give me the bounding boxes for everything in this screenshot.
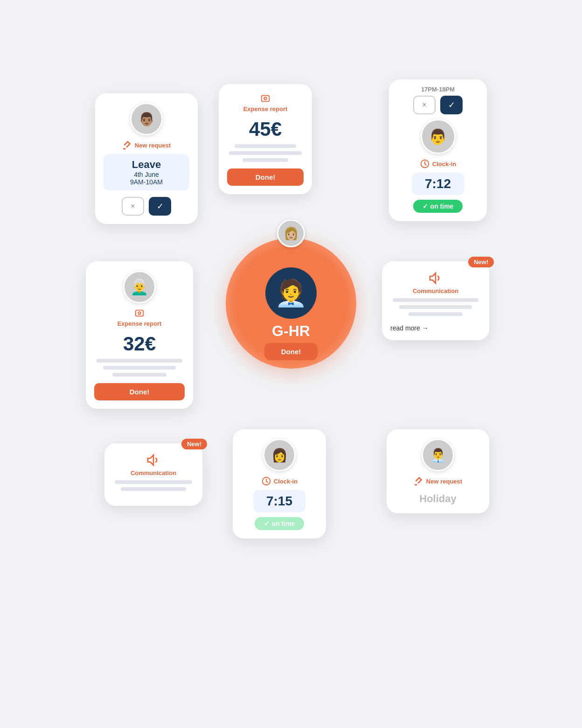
expense-icon — [260, 93, 270, 104]
avatar-ghr-top: 👩🏼 — [277, 219, 305, 247]
svg-rect-0 — [123, 148, 126, 149]
megaphone-icon-1 — [428, 271, 443, 286]
amount-1: 45€ — [249, 118, 282, 140]
line — [115, 480, 192, 484]
clock-time-1: 7:12 — [412, 173, 464, 195]
expense-icon-2 — [134, 308, 145, 318]
schedule-buttons: × ✓ — [397, 96, 478, 114]
line — [393, 298, 478, 302]
amount-2: 32€ — [123, 333, 156, 355]
new-badge-2: New! — [181, 439, 207, 449]
clockin-card-2: 👩 Clock-in 7:15 ✓ on time — [233, 429, 326, 539]
new-request-card-2: 👨‍💼 New request Holiday — [387, 429, 489, 513]
comm-lines-2 — [113, 480, 194, 491]
on-time-badge-2: ✓ on time — [255, 517, 305, 530]
confirm-button[interactable]: ✓ — [149, 197, 171, 216]
schedule-card: 17PM-18PM × ✓ 👨 Clock-in 7:12 ✓ on time — [389, 79, 487, 221]
hammer-icon-2 — [414, 476, 424, 486]
svg-point-5 — [138, 312, 141, 315]
on-time-badge-1: ✓ on time — [413, 200, 463, 213]
svg-rect-7 — [415, 484, 417, 485]
expense-label-1: Expense report — [243, 105, 288, 112]
leave-time: 9AM-10AM — [112, 178, 181, 186]
new-request-label: New request — [122, 140, 171, 150]
line — [103, 366, 175, 370]
content-lines — [227, 144, 304, 162]
communication-card-1: New! Communication read more → — [382, 261, 489, 340]
avatar-2: 👨 — [421, 119, 456, 154]
leave-request-card: 👨🏽 New request Leave 4th June 9AM-10AM ×… — [95, 93, 198, 224]
content-lines-2 — [94, 359, 185, 377]
leave-date: 4th June — [112, 171, 181, 178]
schedule-cancel-button[interactable]: × — [413, 96, 436, 114]
expense-report-card-1: Expense report 45€ Done! — [219, 84, 312, 194]
line — [121, 487, 186, 491]
clockin-label-2: Clock-in — [261, 476, 298, 486]
leave-title: Leave — [112, 159, 181, 171]
new-request-label-2: New request — [414, 476, 462, 486]
svg-rect-4 — [136, 310, 144, 316]
megaphone-icon-2 — [146, 453, 161, 468]
clockin-label-1: Clock-in — [420, 159, 456, 169]
line — [399, 305, 471, 309]
hammer-icon — [122, 140, 132, 150]
done-button-1[interactable]: Done! — [227, 168, 304, 186]
action-buttons: × ✓ — [104, 197, 189, 216]
new-badge-1: New! — [468, 257, 494, 267]
svg-point-2 — [264, 97, 267, 100]
avatar: 👨🏽 — [130, 103, 163, 135]
line — [242, 158, 288, 162]
avatar-4: 👩 — [263, 439, 296, 471]
ghr-label: G-HR — [272, 322, 310, 340]
svg-rect-1 — [262, 96, 270, 102]
line — [235, 144, 296, 148]
comm-lines-1 — [390, 298, 481, 316]
ghr-mascot: 🧑‍💼 — [265, 267, 317, 319]
expense-report-card-2: 👨‍🦳 Expense report 32€ Done! — [86, 261, 193, 409]
clock-icon-1 — [420, 159, 430, 169]
holiday-label: Holiday — [419, 493, 456, 505]
line — [229, 151, 302, 155]
avatar-5: 👨‍💼 — [422, 439, 454, 471]
clock-time-2: 7:15 — [253, 490, 305, 512]
clock-icon-2 — [261, 476, 271, 486]
ghr-done-button[interactable]: Done! — [264, 343, 318, 360]
expense-label-2: Expense report — [118, 320, 162, 327]
read-more-link[interactable]: read more → — [390, 324, 429, 332]
communication-card-2: New! Communication — [104, 443, 202, 506]
line — [97, 359, 182, 363]
schedule-confirm-button[interactable]: ✓ — [440, 96, 463, 114]
ghr-circle: 👩🏼 🧑‍💼 G-HR Done! — [226, 238, 356, 369]
comm-label-1: Communication — [413, 287, 458, 294]
line — [112, 373, 166, 377]
avatar-3: 👨‍🦳 — [123, 271, 156, 303]
done-button-2[interactable]: Done! — [94, 383, 185, 400]
time-range: 17PM-18PM — [421, 86, 455, 93]
line — [409, 312, 463, 316]
leave-box: Leave 4th June 9AM-10AM — [104, 154, 189, 190]
cancel-button[interactable]: × — [122, 197, 144, 216]
comm-label-2: Communication — [131, 469, 176, 476]
